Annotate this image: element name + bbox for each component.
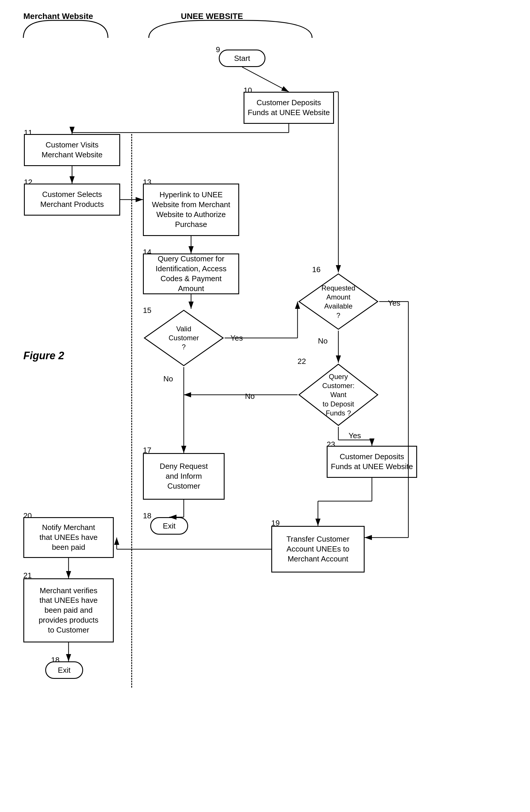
node15-yes: Yes: [231, 334, 243, 343]
start-node: Start: [219, 49, 265, 67]
merchant-brace: [17, 17, 140, 41]
unee-brace: [143, 17, 347, 41]
node18a-exit: Exit: [150, 517, 188, 535]
node11-box: Customer Visits Merchant Website: [24, 134, 120, 166]
node20-box: Notify Merchant that UNEEs have been pai…: [23, 517, 114, 558]
node15-diamond: ValidCustomer?: [143, 309, 225, 367]
node14-box: Query Customer for Identification, Acces…: [143, 253, 239, 294]
node16-diamond: RequestedAmountAvailable?: [297, 272, 379, 331]
node19-box: Transfer Customer Account UNEEs to Merch…: [271, 526, 365, 572]
node22-diamond: QueryCustomer: Wantto DepositFunds ?: [297, 363, 379, 427]
node16-no: No: [318, 336, 327, 346]
node22-yes: Yes: [349, 431, 361, 440]
node16-yes: Yes: [388, 299, 400, 308]
svg-marker-2: [299, 364, 378, 425]
node10-box: Customer Deposits Funds at UNEE Website: [243, 92, 334, 124]
node22-no: No: [245, 392, 255, 401]
node18a-num: 18: [143, 511, 151, 520]
column-divider: [131, 134, 132, 687]
diagram-container: Merchant Website UNEE WEBSITE 9 Start 10…: [0, 0, 530, 812]
node13-box: Hyperlink to UNEE Website from Merchant …: [143, 184, 239, 236]
node15-no: No: [163, 374, 173, 383]
node17-box: Deny Request and Inform Customer: [143, 453, 225, 500]
node23-box: Customer Deposits Funds at UNEE Website: [327, 446, 417, 478]
node9-num: 9: [216, 45, 220, 54]
node12-box: Customer Selects Merchant Products: [24, 184, 120, 216]
node21-box: Merchant verifies that UNEEs have been p…: [23, 578, 114, 642]
figure-label: Figure 2: [23, 350, 64, 362]
svg-marker-0: [144, 310, 223, 366]
node18b-exit: Exit: [45, 662, 83, 679]
svg-marker-1: [299, 274, 378, 329]
